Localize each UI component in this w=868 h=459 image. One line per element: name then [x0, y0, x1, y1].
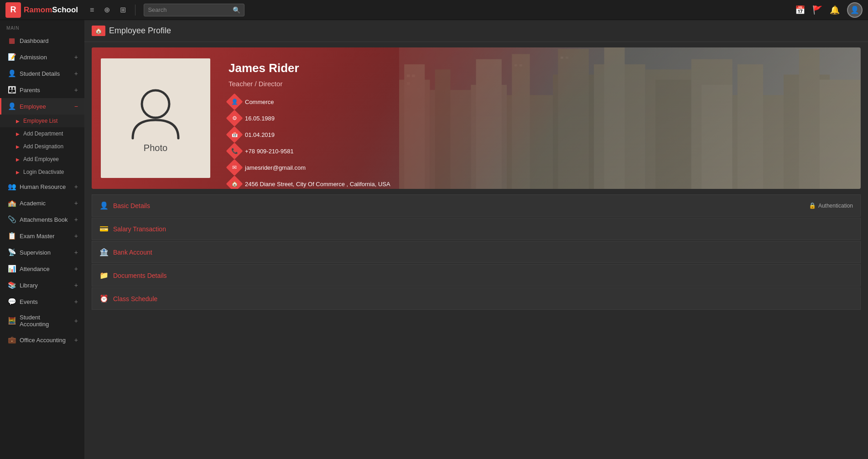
sidebar-subitem-employee-list[interactable]: ▶ Employee List: [0, 115, 84, 127]
profile-avatar-icon: [128, 83, 183, 143]
phone-icon-box: 📞: [226, 143, 243, 160]
sidebar-item-library[interactable]: 📚 Library +: [0, 277, 84, 293]
section-documents-details[interactable]: 📁 Documents Details: [92, 264, 861, 287]
subitem-label: Login Deactivate: [23, 169, 64, 175]
sidebar-item-attachments-book[interactable]: 📎 Attachments Book +: [0, 211, 84, 228]
sidebar-item-events[interactable]: 💬 Events +: [0, 293, 84, 310]
events-icon: 💬: [8, 297, 16, 306]
authentication-button[interactable]: 🔒 Authentication: [809, 202, 853, 209]
arrow-icon: ▶: [16, 144, 20, 149]
exam-icon: 📋: [8, 232, 16, 240]
logo-icon: R: [5, 2, 21, 18]
sidebar-item-label: Student Details: [20, 70, 71, 77]
academic-icon: 🏫: [8, 199, 16, 207]
salary-label: Salary Transaction: [113, 225, 853, 233]
email-icon-box: ✉: [226, 159, 243, 176]
user-avatar-button[interactable]: 👤: [847, 2, 863, 18]
salary-icon: 💳: [99, 224, 109, 233]
section-list: 👤 Basic Details 🔒 Authentication 💳 Salar…: [92, 194, 861, 310]
sidebar-item-label: Student Accounting: [20, 314, 71, 328]
sidebar-subitem-add-employee[interactable]: ▶ Add Employee: [0, 153, 84, 166]
profile-photo-box: Photo: [101, 58, 210, 178]
section-class-schedule[interactable]: ⏰ Class Schedule: [92, 287, 861, 310]
calendar-button[interactable]: 📅: [795, 5, 805, 15]
dashboard-icon: ▦: [8, 37, 16, 45]
sidebar-section-label: Main: [0, 20, 84, 32]
dob-icon: ⚙: [232, 115, 237, 121]
employee-role: Teacher / Director: [229, 80, 390, 88]
main-layout: Main ▦ Dashboard 📝 Admission + 👤 Student…: [0, 20, 868, 459]
sidebar-item-label: Human Resource: [20, 183, 71, 190]
sidebar-item-label: Academic: [20, 200, 71, 207]
office-accounting-icon: 💼: [8, 336, 16, 344]
home-icon[interactable]: 🏠: [92, 26, 105, 36]
department-icon: 👤: [231, 99, 238, 105]
notifications-button[interactable]: 🔔: [830, 5, 840, 15]
sidebar-item-employee[interactable]: 👤 Employee −: [0, 98, 84, 115]
sidebar-item-label: Events: [20, 298, 71, 305]
address-icon: 🏠: [231, 181, 238, 187]
profile-detail-joindate: 📅 01.04.2019: [229, 129, 390, 141]
messages-button[interactable]: 🚩: [812, 5, 822, 15]
expand-icon: +: [74, 249, 78, 256]
sidebar-item-label: Library: [20, 282, 71, 289]
authentication-label: Authentication: [818, 203, 853, 209]
profile-detail-dob: ⚙ 16.05.1989: [229, 112, 390, 124]
page-header: 🏠 Employee Profile: [84, 20, 868, 42]
employee-icon: 👤: [8, 102, 16, 110]
address-icon-box: 🏠: [226, 176, 243, 189]
profile-detail-department: 👤 Commerce: [229, 96, 390, 108]
schedule-icon: ⏰: [99, 294, 109, 303]
sidebar-item-human-resource[interactable]: 👥 Human Resource +: [0, 178, 84, 195]
arrow-icon: ▶: [16, 157, 20, 162]
main-content: 🏠 Employee Profile: [84, 20, 868, 459]
sidebar-item-supervision[interactable]: 📡 Supervision +: [0, 244, 84, 261]
arrow-icon: ▶: [16, 170, 20, 175]
grid-button[interactable]: ⊞: [117, 4, 129, 16]
section-salary-transaction[interactable]: 💳 Salary Transaction: [92, 218, 861, 240]
sidebar-item-label: Dashboard: [20, 37, 78, 44]
sidebar-item-label: Attachments Book: [20, 216, 71, 223]
sidebar-item-office-accounting[interactable]: 💼 Office Accounting +: [0, 332, 84, 348]
svg-rect-28: [399, 47, 861, 189]
section-bank-account[interactable]: 🏦 Bank Account: [92, 241, 861, 263]
attachments-icon: 📎: [8, 215, 16, 224]
search-input[interactable]: [148, 6, 230, 13]
menu-toggle-button[interactable]: ≡: [87, 4, 97, 16]
lock-icon: 🔒: [809, 202, 816, 209]
phone-icon: 📞: [231, 148, 238, 154]
section-basic-details[interactable]: 👤 Basic Details 🔒 Authentication: [92, 194, 861, 217]
hr-icon: 👥: [8, 183, 16, 191]
sidebar-item-dashboard[interactable]: ▦ Dashboard: [0, 32, 84, 49]
dob-icon-box: ⚙: [226, 110, 243, 127]
sidebar-subitem-login-deactivate[interactable]: ▶ Login Deactivate: [0, 166, 84, 178]
sidebar-item-label: Admission: [20, 54, 71, 61]
app-name: RamomSchool: [24, 5, 78, 15]
sidebar-item-parents[interactable]: 👪 Parents +: [0, 82, 84, 98]
expand-icon: +: [74, 232, 78, 240]
sidebar-item-academic[interactable]: 🏫 Academic +: [0, 195, 84, 211]
sidebar-item-label: Parents: [20, 87, 71, 94]
sidebar-item-student-accounting[interactable]: 🧮 Student Accounting +: [0, 310, 84, 332]
schedule-label: Class Schedule: [113, 295, 853, 303]
app-logo[interactable]: R RamomSchool: [5, 2, 78, 18]
profile-detail-email: ✉ jamesrider@gmail.com: [229, 162, 390, 173]
sidebar-item-label: Exam Master: [20, 233, 71, 240]
sidebar-subitem-add-designation[interactable]: ▶ Add Designation: [0, 140, 84, 153]
sidebar-item-student-details[interactable]: 👤 Student Details +: [0, 65, 84, 82]
arrow-icon: ▶: [16, 131, 20, 136]
sidebar-item-attendance[interactable]: 📊 Attendance +: [0, 261, 84, 277]
supervision-icon: 📡: [8, 248, 16, 256]
sidebar-subitem-add-department[interactable]: ▶ Add Department: [0, 127, 84, 140]
phone-value: +78 909-210-9581: [245, 148, 294, 155]
sidebar-item-exam-master[interactable]: 📋 Exam Master +: [0, 228, 84, 244]
refresh-button[interactable]: ⊕: [101, 4, 113, 16]
expand-icon: +: [74, 317, 78, 324]
sidebar-item-admission[interactable]: 📝 Admission +: [0, 49, 84, 65]
documents-label: Documents Details: [113, 272, 853, 279]
attendance-icon: 📊: [8, 265, 16, 273]
student-icon: 👤: [8, 69, 16, 78]
joindate-icon: 📅: [231, 131, 238, 138]
dob-value: 16.05.1989: [245, 115, 275, 122]
basic-details-icon: 👤: [99, 201, 109, 210]
